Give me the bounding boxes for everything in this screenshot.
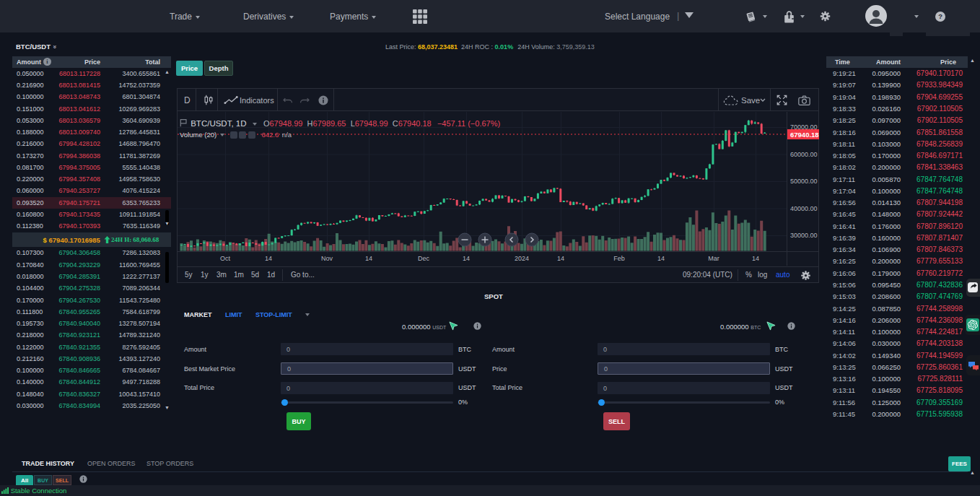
svg-text:40000.00: 40000.00 [790,205,818,212]
svg-text:14: 14 [265,255,272,262]
svg-text:14: 14 [463,255,470,262]
svg-text:14: 14 [657,255,665,262]
svg-text:Feb: Feb [613,255,625,262]
svg-text:60000.00: 60000.00 [790,151,818,158]
svg-text:50000.00: 50000.00 [790,178,818,185]
svg-text:14: 14 [557,255,564,262]
svg-text:67940.18: 67940.18 [790,131,819,139]
svg-text:Oct: Oct [220,255,231,262]
svg-text:Dec: Dec [418,255,430,262]
svg-text:Nov: Nov [321,255,333,262]
svg-text:14: 14 [752,255,759,262]
svg-text:Mar: Mar [708,255,719,262]
svg-text:14: 14 [365,255,372,262]
svg-text:30000.00: 30000.00 [790,232,818,239]
svg-text:2024: 2024 [515,255,529,262]
